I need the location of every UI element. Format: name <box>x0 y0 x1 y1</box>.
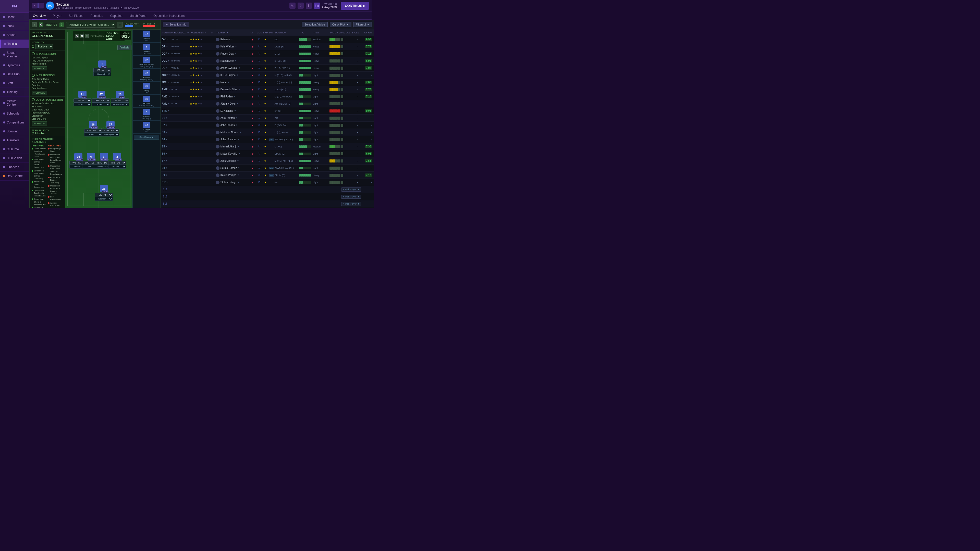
question-icon[interactable]: ? <box>298 3 304 9</box>
aml-name-select[interactable]: Doku <box>73 103 91 106</box>
player-name-cell[interactable]: Mateo Kovačić ▼ <box>216 152 249 156</box>
amr-name-select[interactable]: Bernardo Silva <box>111 103 129 106</box>
mcl-role-select[interactable]: CM - Su <box>84 129 102 133</box>
edit-icon[interactable]: ✎ <box>290 3 296 9</box>
pick-player-button[interactable]: Pick Player ▼ <box>134 135 159 140</box>
sidebar-item-staff[interactable]: Staff <box>0 79 29 88</box>
tactical-style-value[interactable]: GEGENPRESS <box>32 34 63 38</box>
sidebar-item-finances[interactable]: Finances <box>0 163 29 171</box>
pitch-player-amr[interactable]: 20 IF·At IF - At Bernardo Silva <box>111 91 129 106</box>
col-role-ability[interactable]: ROLE ABILITY <box>190 32 210 34</box>
gk-name-select[interactable]: Ederson <box>95 197 113 201</box>
sub-player-gomez[interactable]: 21 Gómez D/WB (L), AM (RL) <box>133 95 161 108</box>
sidebar-item-tactics[interactable]: Tactics <box>0 40 29 48</box>
subnav-penalties[interactable]: Penalties <box>89 13 104 20</box>
sub-player-steffen[interactable]: 18 Steffen GK <box>133 30 161 43</box>
tactics-name-select[interactable]: Positive 4-2-3-1 Wide - Gegen... <box>66 22 115 27</box>
pick-player-row-button[interactable]: + Pick Player ▼ <box>341 195 361 199</box>
sub-player-alvarez[interactable]: 10 Álvarez AM (RL), ST (C) <box>133 68 161 82</box>
pitch-icon-button[interactable]: ⚽ <box>75 34 79 38</box>
sidebar-item-club-vision[interactable]: Club Vision <box>0 154 29 163</box>
collapse-button[interactable]: « <box>32 22 37 27</box>
sidebar-item-competitions[interactable]: Competitions <box>0 118 29 127</box>
pitch-player-dr[interactable]: 2 IFB·De IFB - De Walker <box>108 153 126 168</box>
subnav-opp-instructions[interactable]: Opposition Instructions <box>152 13 186 20</box>
sidebar-item-training[interactable]: Training <box>0 88 29 97</box>
sidebar-item-home[interactable]: Home <box>0 13 29 22</box>
pitch-player-st[interactable]: 9 PF·At PF - At Haaland <box>94 60 111 76</box>
sidebar-item-transfers[interactable]: Transfers <box>0 136 29 145</box>
dr-role-select[interactable]: IFB - De <box>108 161 126 165</box>
selection-advice-button[interactable]: Selection Advice <box>302 22 328 27</box>
sidebar-item-dev-centre[interactable]: Dev. Centre <box>0 171 29 181</box>
sub-player-nunes[interactable]: 27 Matheus Nunes M (C), AM (RC) <box>133 56 161 68</box>
continue-button[interactable]: CONTINUE » <box>341 2 369 10</box>
nav-back-button[interactable]: ‹ <box>32 3 38 8</box>
pitch-player-aml[interactable]: 11 IF·At IF - At Doku <box>73 91 91 106</box>
subnav-captains[interactable]: Captains <box>109 13 123 20</box>
sidebar-item-scouting[interactable]: Scouting <box>0 127 29 136</box>
mcr-role-select[interactable]: CAR - Su <box>102 129 119 133</box>
info-icon[interactable]: ℹ <box>306 3 312 9</box>
player-name-cell[interactable]: Rodri ▼ <box>216 81 249 84</box>
mcl-name-select[interactable]: Rodri <box>84 133 102 137</box>
in-transition-change-btn[interactable]: »CHANGE <box>32 91 47 95</box>
pitch-player-amc[interactable]: 47 AM·Su AM - Su Foden <box>92 91 110 106</box>
player-name-cell[interactable]: Stefan Ortega ▼ <box>216 181 249 184</box>
pitch-player-mcr[interactable]: 17 CAR·Su CAR - Su De Bruyne <box>102 121 119 137</box>
player-name-cell[interactable]: Phil Foden ▼ <box>216 95 249 98</box>
pitch-player-gk[interactable]: 31 SK·At SK - At Ederson <box>95 185 113 201</box>
player-name-cell[interactable]: E. Haaland ▼ <box>216 109 249 113</box>
sub-player-akanji[interactable]: 21 Akanji D (RC) <box>133 82 161 95</box>
amc-name-select[interactable]: Foden <box>92 103 110 106</box>
player-name-cell[interactable]: Joško Gvardiol ▼ <box>216 66 249 70</box>
player-name-cell[interactable]: Jérémy Doku ▼ <box>216 102 249 106</box>
stats-icon-button[interactable]: 📊 <box>80 34 84 38</box>
sidebar-item-squad[interactable]: Squad <box>0 30 29 40</box>
sidebar-item-dynamics[interactable]: Dynamics <box>0 61 29 70</box>
player-name-cell[interactable]: Sergio Gómez ▼ <box>216 166 249 170</box>
sidebar-item-club-info[interactable]: Club Info <box>0 145 29 154</box>
oop-change-btn[interactable]: »CHANGE <box>32 121 47 125</box>
mentality-select[interactable]: Positive <box>35 44 53 49</box>
player-name-cell[interactable]: Manuel Akanji ▼ <box>216 145 249 148</box>
player-name-cell[interactable]: Rúben Dias ▼ <box>216 52 249 56</box>
sidebar-item-inbox[interactable]: Inbox <box>0 22 29 30</box>
player-name-cell[interactable]: Kalvin Phillips ▼ <box>216 173 249 177</box>
player-name-cell[interactable]: Kyle Walker ▼ <box>216 45 249 48</box>
subnav-set-pieces[interactable]: Set Pieces <box>68 13 84 20</box>
player-name-cell[interactable]: Ederson ▼ <box>216 38 249 41</box>
player-name-cell[interactable]: Julián Álvarez ▼ <box>216 138 249 141</box>
sidebar-item-schedule[interactable]: Schedule <box>0 109 29 118</box>
subnav-overview[interactable]: Overview <box>32 13 47 20</box>
col-player[interactable]: PLAYER ▼ <box>216 32 249 34</box>
col-pos-role[interactable]: POSITION/ROLE/DU... ▼ <box>162 32 190 34</box>
player-name-cell[interactable]: Jack Grealish ▼ <box>216 159 249 163</box>
subnav-match-plans[interactable]: Match Plans <box>128 13 147 20</box>
player-name-cell[interactable]: K. De Bruyne ▼ <box>216 73 249 77</box>
amr-role-select[interactable]: IF - At <box>111 98 129 103</box>
pick-player-row-button[interactable]: + Pick Player ▼ <box>341 187 361 192</box>
mcr-name-select[interactable]: De Bruyne <box>102 133 119 137</box>
in-possession-change-btn[interactable]: »CHANGE <box>32 66 47 70</box>
dr-name-select[interactable]: Walker <box>108 165 126 168</box>
add-tactic-button[interactable]: + <box>117 22 123 27</box>
list-icon-button[interactable]: ≡ <box>85 34 89 38</box>
player-name-cell[interactable]: Matheus Nunes ▼ <box>216 130 249 134</box>
aml-role-select[interactable]: IF - At <box>73 98 91 103</box>
filtered-button[interactable]: Filtered! ▼ <box>353 22 372 27</box>
player-name-cell[interactable]: Nathan Aké ▼ <box>216 59 249 63</box>
pick-player-row-button[interactable]: + Pick Player ▼ <box>341 202 361 206</box>
st-name-select[interactable]: Haaland <box>94 72 111 76</box>
pitch-player-mcl[interactable]: 16 CM·Su CM - Su Rodri <box>84 121 102 137</box>
gk-role-select[interactable]: SK - At <box>95 193 113 197</box>
amc-role-select[interactable]: AM - Su <box>92 98 110 103</box>
sidebar-item-data-hub[interactable]: Data Hub <box>0 70 29 79</box>
player-name-cell[interactable]: John Stones ▼ <box>216 124 249 127</box>
player-name-cell[interactable]: Zack Steffen ▼ <box>216 116 249 120</box>
sidebar-item-squad-planner[interactable]: Squad Planner <box>0 48 29 61</box>
sidebar-item-medical[interactable]: Medical Centre <box>0 97 29 109</box>
st-role-select[interactable]: PF - At <box>94 68 111 72</box>
quick-pick-button[interactable]: Quick Pick ▼ <box>330 22 352 27</box>
nav-forward-button[interactable]: › <box>38 3 44 8</box>
